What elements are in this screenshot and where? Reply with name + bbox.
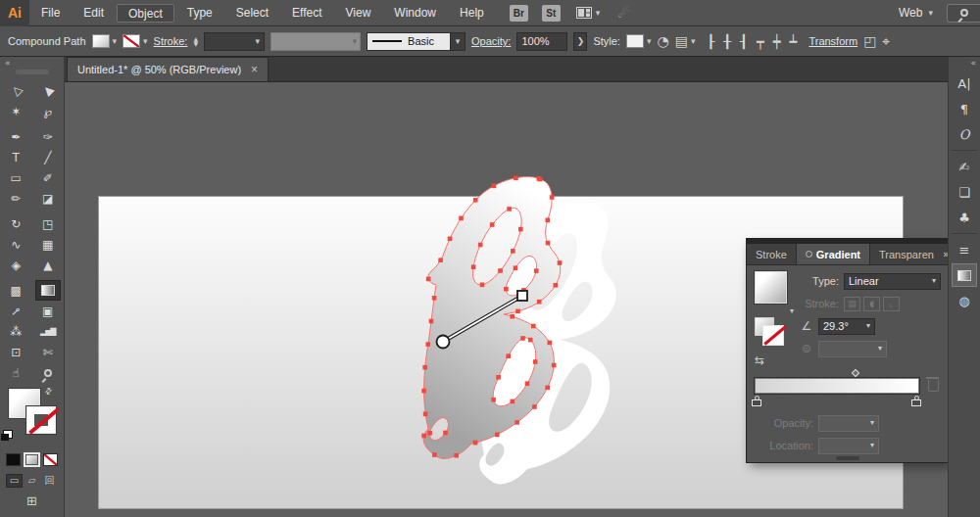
hand-tool[interactable]: ☝ bbox=[3, 362, 28, 383]
character-panel-icon[interactable]: A| bbox=[952, 71, 977, 95]
menu-view[interactable]: View bbox=[335, 4, 382, 23]
pencil-tool[interactable]: ✏ bbox=[3, 188, 28, 209]
align-horizontal-left-icon[interactable]: ┠ bbox=[707, 35, 714, 48]
opacity-field[interactable]: 100% bbox=[516, 32, 567, 51]
draw-inside-icon[interactable]: 回 bbox=[41, 474, 58, 488]
rotate-tool[interactable]: ↻ bbox=[3, 213, 28, 234]
menu-effect[interactable]: Effect bbox=[281, 4, 332, 23]
blend-tool[interactable]: ▣ bbox=[35, 301, 61, 321]
eyedropper-tool[interactable]: ⊸ bbox=[3, 301, 28, 321]
align-vertical-top-icon[interactable]: ┯ bbox=[757, 35, 764, 48]
collapse-panel-icon[interactable]: « bbox=[5, 59, 11, 68]
gradient-slider[interactable] bbox=[755, 370, 941, 411]
gradient-tool[interactable] bbox=[35, 280, 61, 301]
recolor-artwork-icon[interactable]: ◔ bbox=[657, 34, 668, 48]
mesh-tool[interactable]: ▩ bbox=[3, 280, 28, 301]
brush-definition-dropdown[interactable]: Basic ▾ bbox=[367, 32, 466, 51]
symbol-sprayer-tool[interactable]: ⁂ bbox=[3, 321, 28, 342]
type-tool[interactable]: T bbox=[3, 147, 28, 167]
lasso-tool[interactable]: ℘ bbox=[35, 101, 61, 121]
default-fill-stroke-icon[interactable] bbox=[3, 430, 13, 439]
align-vertical-center-icon[interactable]: ┿ bbox=[773, 35, 781, 48]
stroke-weight-label[interactable]: Stroke: bbox=[154, 35, 188, 47]
isolate-mode-icon[interactable]: ◰ bbox=[863, 34, 876, 48]
menu-file[interactable]: File bbox=[30, 4, 71, 23]
search-box[interactable] bbox=[947, 4, 980, 23]
menu-select[interactable]: Select bbox=[225, 4, 279, 23]
draw-normal-icon[interactable]: ▭ bbox=[6, 474, 23, 488]
shape-builder-tool[interactable]: ◈ bbox=[3, 255, 28, 275]
menu-object[interactable]: Object bbox=[117, 4, 174, 23]
brushes-panel-icon[interactable]: ✍ bbox=[952, 155, 977, 178]
menu-help[interactable]: Help bbox=[449, 4, 495, 23]
blob-brush-tool[interactable]: ✑ bbox=[35, 126, 61, 147]
stroke-color-dropdown[interactable]: ▾ bbox=[122, 34, 148, 48]
gradient-panel[interactable]: StrokeGradientTransparen»|≡ ▾ ⇆ Type: bbox=[747, 239, 948, 462]
fill-color-dropdown[interactable]: ▾ bbox=[92, 34, 118, 48]
align-horizontal-center-icon[interactable]: ╂ bbox=[723, 35, 731, 48]
align-vertical-bottom-icon[interactable]: ┷ bbox=[790, 35, 798, 48]
stroke-panel-icon[interactable]: ≡ bbox=[952, 238, 977, 261]
draw-behind-icon[interactable]: ▱ bbox=[24, 474, 40, 488]
width-tool[interactable]: ∿ bbox=[3, 234, 28, 255]
graphic-styles-panel-icon[interactable]: ❏ bbox=[952, 180, 977, 204]
opentype-panel-icon[interactable]: O bbox=[952, 122, 977, 146]
opacity-more-button[interactable]: ❯ bbox=[573, 32, 587, 51]
gradient-stop-right[interactable] bbox=[911, 396, 921, 406]
direct-selection-tool[interactable]: ▷ bbox=[3, 80, 28, 101]
stock-button[interactable]: St bbox=[542, 5, 561, 22]
transform-label[interactable]: Transform bbox=[808, 35, 858, 47]
panel-fill-stroke-proxy[interactable] bbox=[755, 317, 788, 349]
stroke-proxy-swatch[interactable] bbox=[26, 406, 56, 434]
arrange-documents-button[interactable]: ▾ bbox=[576, 7, 601, 19]
gradient-preview-swatch[interactable] bbox=[755, 271, 787, 304]
selection-tool[interactable]: ▶ bbox=[35, 80, 61, 101]
collapse-dock-icon[interactable]: « bbox=[970, 59, 976, 70]
align-horizontal-right-icon[interactable]: ┨ bbox=[740, 35, 748, 48]
free-transform-tool[interactable]: ▦ bbox=[35, 234, 61, 255]
style-dropdown[interactable]: ▾ bbox=[626, 34, 652, 48]
document-options-dropdown[interactable]: ▤ ▾ bbox=[675, 34, 696, 48]
gradient-menu-caret-icon[interactable]: ▾ bbox=[790, 307, 794, 315]
stroke-weight-dropdown[interactable]: ▾ bbox=[204, 32, 265, 51]
reverse-gradient-icon[interactable]: ⇆ bbox=[755, 354, 764, 366]
opacity-label[interactable]: Opacity: bbox=[471, 35, 511, 47]
swap-fill-stroke-icon[interactable]: ⇄ bbox=[43, 386, 55, 398]
gradient-midpoint-handle[interactable] bbox=[852, 369, 859, 377]
magic-wand-tool[interactable]: ✶ bbox=[3, 101, 28, 121]
column-graph-tool[interactable]: ▂▅▇ bbox=[35, 321, 61, 342]
gradient-ramp[interactable] bbox=[755, 378, 919, 394]
none-button[interactable] bbox=[43, 453, 58, 466]
app-logo[interactable]: Ai bbox=[0, 0, 29, 26]
line-segment-tool[interactable]: ╱ bbox=[35, 147, 61, 167]
panel-tab-transparen[interactable]: Transparen bbox=[870, 244, 943, 264]
rectangle-tool[interactable]: ▭ bbox=[3, 167, 28, 188]
panel-tab-stroke[interactable]: Stroke bbox=[747, 244, 796, 264]
workspace-switcher[interactable]: Web ▾ bbox=[899, 6, 933, 20]
paragraph-panel-icon[interactable]: ¶ bbox=[952, 97, 977, 120]
eraser-tool[interactable]: ◪ bbox=[35, 188, 61, 209]
menu-window[interactable]: Window bbox=[383, 4, 447, 23]
menu-type[interactable]: Type bbox=[176, 4, 223, 23]
canvas[interactable]: StrokeGradientTransparen»|≡ ▾ ⇆ Type: bbox=[65, 82, 948, 517]
perspective-grid-tool[interactable]: ▲ bbox=[35, 255, 61, 275]
gradient-angle-dropdown[interactable]: 29.3° ▾ bbox=[818, 318, 875, 335]
expand-panel-icon[interactable]: » bbox=[943, 249, 948, 259]
transparency-panel-icon[interactable]: ◍ bbox=[952, 289, 977, 312]
panel-tab-gradient[interactable]: Gradient bbox=[796, 244, 870, 264]
gradient-panel-icon[interactable] bbox=[952, 263, 977, 287]
scale-tool[interactable]: ◳ bbox=[35, 213, 61, 234]
gradient-stop-left[interactable] bbox=[752, 396, 761, 406]
stroke-weight-stepper[interactable]: ▲▼ bbox=[193, 36, 198, 46]
color-button[interactable] bbox=[6, 453, 21, 466]
cs-live-icon[interactable]: ☄ bbox=[617, 6, 630, 20]
panel-grip[interactable] bbox=[16, 70, 49, 74]
pen-tool[interactable]: ✒ bbox=[3, 126, 28, 147]
bridge-button[interactable]: Br bbox=[510, 5, 528, 22]
gradient-button[interactable] bbox=[24, 453, 39, 466]
slice-tool[interactable]: ✄ bbox=[35, 342, 61, 362]
gradient-type-dropdown[interactable]: Linear ▾ bbox=[844, 273, 941, 290]
document-tab[interactable]: Untitled-1* @ 50% (RGB/Preview) × bbox=[67, 57, 269, 81]
paintbrush-tool[interactable]: ✐ bbox=[35, 167, 61, 188]
screen-mode-icon[interactable]: ⊞ bbox=[26, 494, 37, 507]
